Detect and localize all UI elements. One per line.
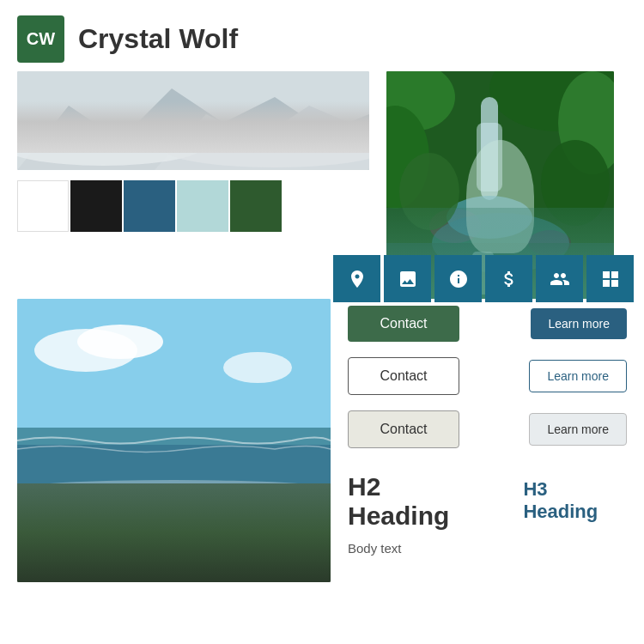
logo-box: CW (17, 15, 64, 63)
learn-more-button-2[interactable]: Learn more (529, 360, 627, 392)
headings-row: H2 Heading H3 Heading (348, 464, 627, 534)
button-row-2: Contact Learn more (348, 357, 627, 395)
ocean-image (17, 299, 331, 582)
learn-more-button-1[interactable]: Learn more (531, 308, 627, 339)
contact-button-3[interactable]: Contact (348, 410, 459, 448)
swatch-white[interactable] (17, 180, 69, 232)
bottom-section: Contact Learn more Contact Learn more Co… (0, 299, 644, 582)
swatches-row (17, 170, 369, 242)
swatch-dark-green[interactable] (230, 180, 282, 232)
button-row-3: Contact Learn more (348, 410, 627, 448)
svg-point-30 (94, 505, 197, 539)
svg-point-32 (279, 515, 331, 546)
mountain-image (17, 71, 369, 170)
svg-point-37 (228, 513, 253, 523)
svg-point-35 (236, 552, 331, 578)
body-text: Body text (348, 541, 627, 556)
button-row-1: Contact Learn more (348, 306, 627, 342)
svg-point-20 (399, 153, 459, 230)
svg-point-33 (112, 532, 232, 563)
svg-rect-27 (17, 445, 331, 496)
swatch-black[interactable] (70, 180, 122, 232)
svg-rect-15 (477, 123, 502, 191)
svg-point-24 (77, 325, 163, 359)
svg-point-34 (39, 544, 133, 569)
group-icon[interactable] (536, 255, 583, 302)
svg-point-25 (223, 352, 292, 383)
svg-rect-14 (481, 97, 498, 200)
grid-icon[interactable] (586, 255, 634, 302)
svg-point-31 (215, 486, 301, 524)
location-icon[interactable] (333, 255, 380, 302)
svg-rect-28 (17, 488, 331, 582)
svg-rect-1 (17, 71, 369, 123)
dollar-icon[interactable] (485, 255, 532, 302)
right-content: Contact Learn more Contact Learn more Co… (331, 299, 627, 582)
info-icon[interactable] (434, 255, 482, 302)
h2-heading: H2 Heading (348, 472, 489, 531)
contact-button-2[interactable]: Contact (348, 357, 459, 395)
svg-point-12 (429, 209, 481, 243)
svg-point-13 (528, 230, 571, 256)
h3-heading: H3 Heading (523, 478, 627, 523)
contact-button-1[interactable]: Contact (348, 306, 459, 342)
svg-point-21 (541, 140, 610, 226)
header: CW Crystal Wolf (0, 0, 644, 71)
icons-row (333, 255, 634, 302)
logo-text: CW (27, 29, 55, 49)
svg-point-16 (447, 196, 532, 239)
swatch-teal-blue[interactable] (124, 180, 175, 232)
photo-icon[interactable] (384, 255, 431, 302)
svg-point-36 (112, 502, 146, 516)
svg-point-29 (21, 492, 99, 535)
brand-name: Crystal Wolf (78, 23, 238, 55)
swatch-light-teal[interactable] (177, 180, 228, 232)
learn-more-button-3[interactable]: Learn more (529, 413, 627, 446)
